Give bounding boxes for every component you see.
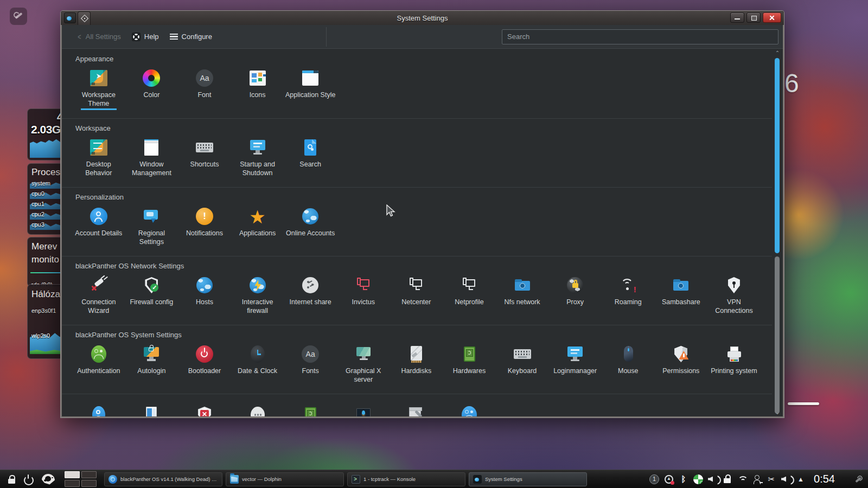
settings-item-hosts[interactable]: Hosts <box>178 276 231 315</box>
settings-item-printing-system[interactable]: Printing system <box>707 345 761 384</box>
settings-item-label: Connection Wizard <box>73 298 124 315</box>
wifi-icon[interactable] <box>737 474 747 484</box>
maximize-button[interactable] <box>746 12 761 23</box>
task-1-tcptrack-konsole[interactable]: 1 - tcptrack — Konsole <box>347 472 465 486</box>
settings-item-workspace-theme[interactable]: Workspace Theme <box>72 69 125 110</box>
settings-item-nfs-network[interactable]: Nfs network <box>496 276 549 315</box>
clock[interactable]: 0:54 <box>814 473 835 485</box>
task-system-settings[interactable]: System Settings <box>469 472 587 486</box>
desktop-1[interactable] <box>65 471 80 478</box>
desktop-3[interactable] <box>65 480 80 487</box>
virtual-desktop-pager[interactable] <box>65 471 97 487</box>
settings-item-internet-share[interactable]: Internet share <box>284 276 337 315</box>
settings-item-invictus[interactable]: Invictus <box>337 276 390 315</box>
settings-item-item[interactable] <box>284 406 337 416</box>
im-status-icon[interactable] <box>693 474 703 484</box>
task-label: System Settings <box>485 476 522 482</box>
settings-item-item[interactable] <box>390 406 443 416</box>
settings-item-date-clock[interactable]: Date & Clock <box>231 345 284 384</box>
settings-item-item[interactable] <box>125 406 178 416</box>
settings-item-proxy[interactable]: Proxy <box>548 276 602 315</box>
settings-item-startup-and-shutdown[interactable]: Startup and Shutdown <box>231 138 284 177</box>
settings-item-interactive-firewall[interactable]: Interactive firewall <box>231 276 284 315</box>
panther-launcher-icon[interactable] <box>41 473 57 486</box>
network-monitor-widget[interactable]: Hálóza enp3s0f1 wlp2s0 <box>27 284 65 359</box>
settings-item-application-style[interactable]: Application Style <box>284 69 337 110</box>
settings-item-loginmanager[interactable]: Loginmanager <box>548 345 602 384</box>
bluetooth-icon[interactable]: ᛒ <box>679 474 688 484</box>
user-status-icon[interactable] <box>752 474 762 484</box>
settings-item-permissions[interactable]: Permissions <box>655 345 708 384</box>
close-button[interactable] <box>763 12 781 23</box>
panel-settings-wrench-icon[interactable] <box>854 475 863 484</box>
scrollbar-track-lower[interactable] <box>775 256 780 414</box>
settings-item-sambashare[interactable]: Sambashare <box>655 276 708 315</box>
settings-item-mouse[interactable]: Mouse <box>602 345 655 384</box>
settings-item-graphical-x-server[interactable]: Graphical X server <box>337 345 390 384</box>
settings-item-bootloader[interactable]: Bootloader <box>178 345 231 384</box>
notification-count-badge[interactable]: 1 <box>649 474 659 484</box>
settings-item-regional-settings[interactable]: Regional Settings <box>125 207 178 246</box>
minimize-button[interactable] <box>730 12 744 23</box>
clipboard-scissors-icon[interactable]: ✂ <box>767 474 776 484</box>
scrollbar[interactable]: ⌃ ⌄ <box>772 49 783 416</box>
window-tab-diamond-icon[interactable] <box>78 11 91 25</box>
settings-item-desktop-behavior[interactable]: Desktop Behavior <box>72 138 125 177</box>
font-circle-icon <box>301 345 320 363</box>
settings-item-search[interactable]: Search <box>284 138 337 177</box>
settings-item-keyboard[interactable]: Keyboard <box>496 345 549 384</box>
settings-item-item[interactable] <box>337 406 390 416</box>
settings-item-window-management[interactable]: Window Management <box>125 138 178 177</box>
settings-item-item[interactable] <box>231 406 284 416</box>
settings-item-item[interactable] <box>178 406 231 416</box>
configure-button[interactable]: Configure <box>164 29 218 45</box>
task-vector-dolphin[interactable]: vector — Dolphin <box>226 472 344 486</box>
leave-power-icon[interactable] <box>23 474 33 484</box>
settings-item-shortcuts[interactable]: Shortcuts <box>178 138 231 177</box>
settings-item-item[interactable] <box>72 406 125 416</box>
titlebar[interactable]: System Settings <box>61 11 784 25</box>
settings-item-label: Workspace Theme <box>73 91 124 108</box>
scrollbar-up-arrow-icon[interactable]: ⌃ <box>772 49 783 57</box>
volume-icon[interactable] <box>708 474 718 484</box>
settings-item-item[interactable] <box>443 406 496 416</box>
settings-item-color[interactable]: Color <box>125 69 178 110</box>
disk-monitor-widget[interactable]: Merev monito 4 sda (8:0)sdb (8:16 <box>27 237 65 287</box>
all-settings-back-button[interactable]: < All Settings <box>72 29 126 45</box>
desktop-2[interactable] <box>81 471 97 478</box>
settings-item-harddisks[interactable]: Harddisks <box>390 345 443 384</box>
settings-item-hardwares[interactable]: Hardwares <box>443 345 496 384</box>
settings-item-online-accounts[interactable]: Online Accounts <box>284 207 337 246</box>
desktop-dash-decoration <box>788 402 819 405</box>
app-window-icon <box>301 69 320 87</box>
settings-item-connection-wizard[interactable]: Connection Wizard <box>72 276 125 315</box>
tray-expand-icon[interactable]: ▲ <box>796 474 806 484</box>
settings-item-firewall-config[interactable]: Firewall config <box>125 276 178 315</box>
lock-screen-icon[interactable] <box>8 474 16 484</box>
settings-item-icons[interactable]: Icons <box>231 69 284 110</box>
keylock-icon[interactable] <box>723 474 732 484</box>
help-button[interactable]: Help <box>126 29 164 45</box>
process-row-label: cpu2 <box>31 211 44 217</box>
settings-item-account-details[interactable]: Account Details <box>72 207 125 246</box>
process-monitor-widget[interactable]: Proces systemcpu0cpu1cpu2cpu3 <box>27 163 65 235</box>
settings-item-fonts[interactable]: Fonts <box>284 345 337 384</box>
volume-2-icon[interactable] <box>781 474 791 484</box>
desktop-4[interactable] <box>81 480 97 487</box>
search-input[interactable] <box>502 29 778 44</box>
settings-item-autologin[interactable]: Autologin <box>125 345 178 384</box>
settings-item-netcenter[interactable]: Netcenter <box>390 276 443 315</box>
desktop-toolbox-wrench-icon[interactable] <box>10 8 27 25</box>
settings-item-roaming[interactable]: Roaming <box>602 276 655 315</box>
settings-item-applications[interactable]: Applications <box>231 207 284 246</box>
settings-item-vpn-connections[interactable]: VPN Connections <box>707 276 761 315</box>
scrollbar-thumb[interactable] <box>775 58 780 253</box>
settings-item-netprofile[interactable]: Netprofile <box>443 276 496 315</box>
settings-item-authentication[interactable]: Authentication <box>72 345 125 384</box>
settings-item-font[interactable]: Font <box>178 69 231 110</box>
updates-icon[interactable] <box>664 474 674 484</box>
scrollbar-down-arrow-icon[interactable]: ⌄ <box>772 409 783 416</box>
settings-item-notifications[interactable]: Notifications <box>178 207 231 246</box>
task-blackpanther-os-v14-1-walking-dead-release-out[interactable]: blackPanther OS v14.1 (Walking Dead) rel… <box>104 472 222 486</box>
memory-monitor-widget[interactable]: 4 2.03G <box>27 108 65 160</box>
